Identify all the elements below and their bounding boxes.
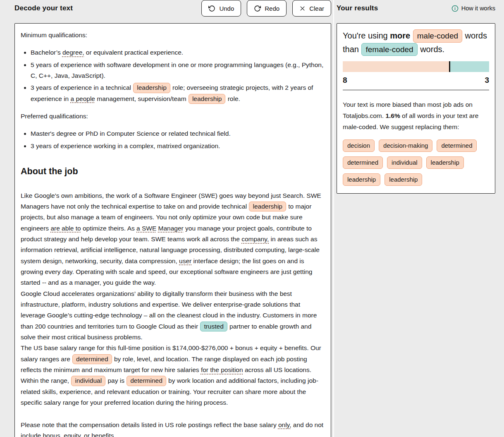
list-item: 3 years of experience working in a compl…: [31, 141, 325, 151]
word-counts: 8 3: [343, 76, 489, 85]
paragraph: Please note that the compensation detail…: [21, 420, 325, 437]
results-detail: Your text is more biased than most job a…: [343, 99, 489, 132]
results-title: Your results: [337, 4, 378, 12]
suggested-word[interactable]: individual: [387, 156, 422, 169]
suggested-word[interactable]: decision-making: [379, 139, 432, 152]
editor-header: Decode your text Undo Redo Clear: [14, 0, 331, 17]
suggested-edit[interactable]: Manager: [158, 225, 184, 232]
text-run: About the job: [21, 166, 78, 176]
female-word-count: 3: [485, 76, 489, 85]
bar-male-segment: [343, 61, 449, 72]
bullet-list: Master's degree or PhD in Computer Scien…: [21, 128, 325, 151]
paragraph: Google Cloud accelerates organizations’ …: [21, 288, 325, 343]
bias-bar: [343, 61, 489, 72]
text-run: 3 years of experience in a technical: [31, 84, 133, 91]
list-item: 5 years of experience with software deve…: [31, 60, 325, 82]
redo-button[interactable]: Redo: [247, 0, 287, 17]
male-coded-word[interactable]: determined: [127, 376, 166, 386]
female-coded-word[interactable]: female-coded: [361, 43, 417, 56]
text-run: You're using: [343, 31, 390, 40]
text-editor[interactable]: Minimum qualifications:Bachelor’s degree…: [14, 23, 331, 437]
male-coded-word[interactable]: leadership: [249, 202, 286, 211]
paragraph: Preferred qualifications:: [21, 111, 325, 122]
suggested-edit[interactable]: for the position: [201, 366, 243, 373]
suggested-word[interactable]: leadership: [426, 156, 464, 169]
list-item: Bachelor’s degree, or equivalent practic…: [31, 47, 325, 58]
toolbar: Undo Redo Clear: [201, 0, 331, 17]
clear-label: Clear: [309, 5, 324, 12]
undo-label: Undo: [219, 5, 234, 12]
male-coded-word[interactable]: male-coded: [413, 29, 462, 43]
undo-icon: [208, 5, 215, 12]
text-run: optimize theirs. As: [81, 225, 136, 232]
section-heading: About the job: [21, 164, 325, 179]
text-run: 5 years of experience with software deve…: [31, 61, 323, 79]
results-card: You're using more male-coded words than …: [337, 23, 495, 194]
text-run: Minimum qualifications:: [21, 31, 87, 38]
suggested-words: decisiondecision-makingdetermineddetermi…: [343, 139, 489, 185]
text-run: [410, 31, 413, 40]
suggested-word[interactable]: determined: [343, 156, 383, 169]
suggested-edit[interactable]: are able to: [50, 225, 81, 232]
male-word-count: 8: [343, 76, 347, 85]
suggested-word[interactable]: leadership: [343, 173, 380, 186]
clear-button[interactable]: Clear: [292, 0, 331, 17]
page-title: Decode your text: [14, 4, 73, 12]
how-it-works-label: How it works: [461, 5, 495, 12]
info-icon: [451, 5, 459, 12]
text-run: pay is: [106, 377, 126, 384]
list-item: Master's degree or PhD in Computer Scien…: [31, 128, 325, 139]
text-run: 1.6%: [385, 112, 400, 119]
suggested-edit[interactable]: a people: [71, 95, 95, 102]
results-header: Your results How it works: [337, 0, 495, 17]
results-divider: [343, 90, 489, 90]
results-summary: You're using more male-coded words than …: [343, 29, 489, 56]
text-run: more: [390, 31, 410, 40]
document-body: Minimum qualifications:Bachelor’s degree…: [21, 30, 325, 437]
suggested-edit[interactable]: a SWE: [136, 225, 156, 232]
how-it-works-link[interactable]: How it works: [451, 5, 495, 12]
gender-decoder-app: Decode your text Undo Redo Clear: [0, 0, 504, 437]
male-coded-word[interactable]: individual: [71, 376, 105, 386]
male-coded-word[interactable]: determined: [72, 354, 112, 364]
suggested-word[interactable]: determined: [437, 139, 477, 152]
text-run: management, supervision/team: [95, 95, 188, 102]
text-run: Please note that the compensation detail…: [21, 421, 278, 428]
bar-female-segment: [450, 61, 489, 72]
suggested-word[interactable]: leadership: [385, 173, 422, 186]
paragraph: The US base salary range for this full-t…: [21, 343, 325, 408]
suggested-edit[interactable]: company,: [241, 235, 269, 243]
suggested-edit[interactable]: degree,: [62, 49, 84, 56]
text-run: Preferred qualifications:: [21, 113, 88, 120]
text-run: 3 years of experience working in a compl…: [31, 142, 220, 149]
paragraph: Minimum qualifications:: [21, 30, 325, 41]
female-coded-word[interactable]: trusted: [200, 322, 227, 331]
undo-button[interactable]: Undo: [201, 0, 241, 17]
text-run: role.: [226, 95, 240, 102]
panel-separator: [333, 0, 334, 437]
text-run: or equivalent practical experience.: [84, 49, 184, 56]
close-icon: [299, 5, 306, 12]
redo-label: Redo: [265, 5, 279, 12]
redo-icon: [254, 5, 261, 12]
text-run: Master's degree or PhD in Computer Scien…: [31, 130, 231, 137]
male-coded-word[interactable]: leadership: [189, 94, 226, 104]
suggested-edit[interactable]: user: [179, 257, 191, 264]
text-run: words.: [418, 45, 444, 54]
text-run: Bachelor’s: [31, 49, 62, 56]
paragraph: Like Google's own ambitions, the work of…: [21, 190, 325, 288]
bullet-list: Bachelor’s degree, or equivalent practic…: [21, 47, 325, 104]
suggested-word[interactable]: decision: [343, 139, 375, 152]
suggested-edit[interactable]: only,: [278, 421, 291, 428]
list-item: 3 years of experience in a technical lea…: [31, 82, 325, 104]
male-coded-word[interactable]: leadership: [133, 83, 170, 93]
